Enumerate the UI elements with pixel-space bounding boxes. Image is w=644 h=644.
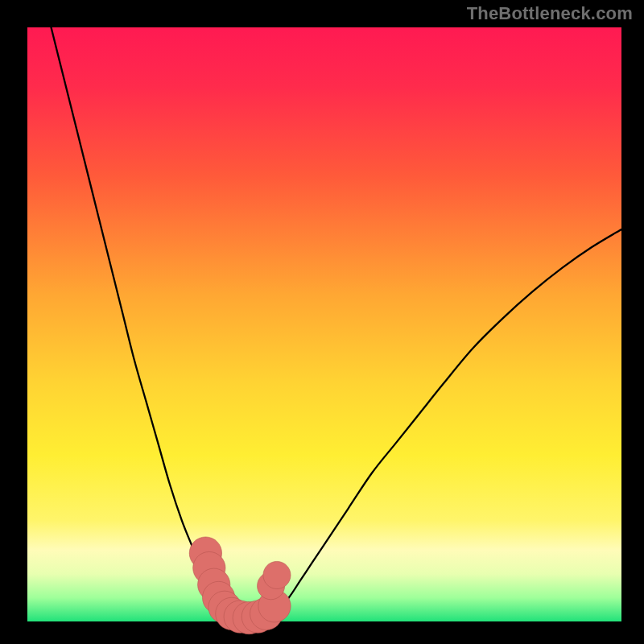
data-marker [263, 561, 291, 588]
gradient-background [27, 27, 621, 621]
outer-frame: TheBottleneck.com [0, 0, 644, 644]
watermark-label: TheBottleneck.com [467, 3, 633, 24]
chart-canvas [0, 0, 644, 644]
